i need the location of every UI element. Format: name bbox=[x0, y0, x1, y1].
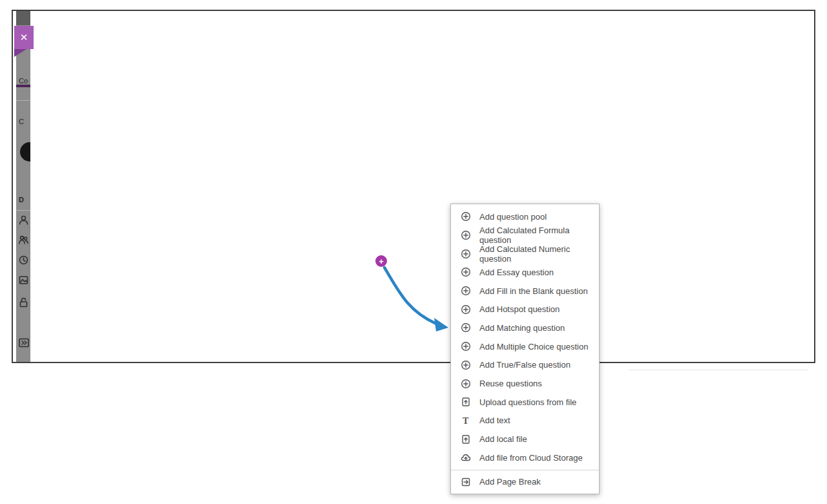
plus-circle-icon bbox=[461, 304, 471, 315]
person-icon bbox=[19, 215, 28, 225]
svg-text:T: T bbox=[463, 415, 469, 425]
background-heading: C bbox=[19, 118, 24, 125]
file-upload-icon bbox=[461, 434, 471, 445]
add-content-menu: Add question pool Add Calculated Formula… bbox=[450, 204, 600, 494]
lock-icon bbox=[19, 297, 28, 308]
file-upload-icon bbox=[461, 397, 471, 407]
menu-item-add-calculated-numeric[interactable]: Add Calculated Numeric question bbox=[451, 244, 599, 263]
code-panel-icon bbox=[19, 338, 29, 348]
menu-item-add-essay[interactable]: Add Essay question bbox=[451, 263, 599, 282]
people-icon bbox=[19, 235, 28, 245]
close-button-fold bbox=[14, 49, 26, 57]
plus-circle-icon bbox=[461, 211, 471, 222]
background-tab-indicator bbox=[16, 85, 30, 87]
plus-circle-icon bbox=[461, 379, 471, 389]
background-tab-label: Co bbox=[19, 77, 28, 85]
close-panel-button[interactable]: ✕ bbox=[14, 26, 34, 49]
menu-item-add-matching[interactable]: Add Matching question bbox=[451, 319, 599, 337]
menu-item-add-multiple-choice[interactable]: Add Multiple Choice question bbox=[451, 337, 599, 356]
menu-item-add-page-break[interactable]: Add Page Break bbox=[451, 473, 599, 492]
plus-circle-icon bbox=[461, 286, 471, 296]
menu-divider bbox=[451, 470, 599, 470]
menu-item-add-cloud-file[interactable]: Add file from Cloud Storage bbox=[451, 448, 599, 467]
plus-circle-icon bbox=[461, 322, 471, 333]
divider bbox=[16, 100, 30, 101]
page-break-icon bbox=[461, 477, 471, 487]
divider bbox=[16, 210, 30, 211]
dimmed-background-page: Co C D bbox=[16, 11, 30, 362]
plus-circle-icon bbox=[461, 341, 471, 352]
menu-item-reuse-questions[interactable]: Reuse questions bbox=[451, 374, 599, 393]
menu-item-add-text[interactable]: T Add text bbox=[451, 412, 599, 430]
background-label: D bbox=[19, 196, 24, 204]
close-icon: ✕ bbox=[20, 32, 28, 43]
assessment-peek-panel bbox=[30, 11, 814, 362]
menu-item-add-true-false[interactable]: Add True/False question bbox=[451, 356, 599, 375]
add-content-plus-button[interactable]: + bbox=[375, 255, 387, 267]
plus-icon: + bbox=[379, 257, 384, 266]
menu-item-upload-questions[interactable]: Upload questions from file bbox=[451, 393, 599, 412]
plus-circle-icon bbox=[461, 230, 471, 240]
menu-item-add-question-pool[interactable]: Add question pool bbox=[451, 207, 599, 226]
cloud-upload-icon bbox=[461, 452, 471, 463]
background-topbar bbox=[16, 11, 30, 25]
plus-circle-icon bbox=[461, 360, 471, 370]
menu-item-add-local-file[interactable]: Add local file bbox=[451, 430, 599, 448]
clock-icon bbox=[19, 255, 28, 265]
image-icon bbox=[19, 275, 28, 285]
menu-item-add-calculated-formula[interactable]: Add Calculated Formula question bbox=[451, 226, 599, 245]
plus-circle-icon bbox=[461, 249, 471, 259]
menu-item-add-hotspot[interactable]: Add Hotspot question bbox=[451, 300, 599, 319]
plus-circle-icon bbox=[461, 267, 471, 277]
avatar bbox=[20, 142, 30, 162]
text-icon: T bbox=[461, 415, 471, 426]
menu-item-add-fill-in-the-blank[interactable]: Add Fill in the Blank question bbox=[451, 282, 599, 300]
